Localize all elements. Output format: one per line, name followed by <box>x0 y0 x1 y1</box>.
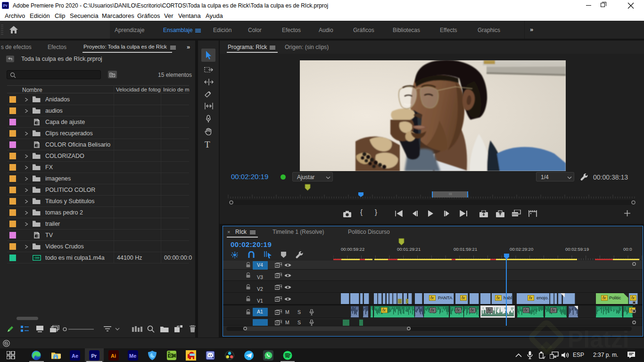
svg-text:Me: Me <box>129 353 136 359</box>
svg-text:Ai: Ai <box>111 353 116 359</box>
svg-text:Ae: Ae <box>72 353 78 359</box>
svg-text:Pr: Pr <box>91 353 97 359</box>
